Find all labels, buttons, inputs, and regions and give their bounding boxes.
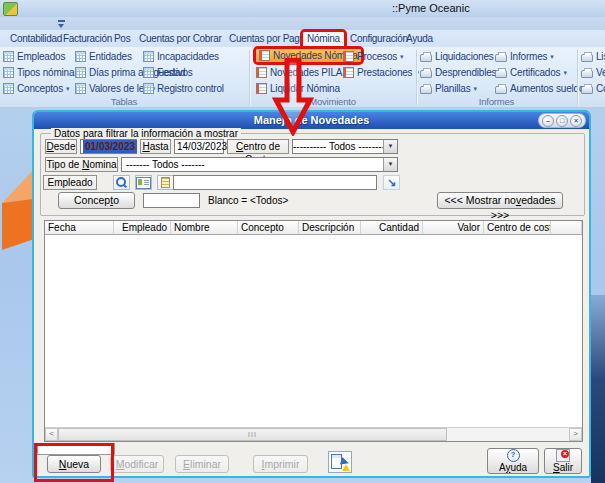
exit-icon: [556, 449, 570, 462]
app-window: ::Pyme Oceanic Contabilidad Facturación …: [0, 0, 605, 483]
employee-list-button[interactable]: [157, 175, 174, 190]
menu-tab-cuentas-por-cobrar[interactable]: Cuentas por Cobrar: [139, 32, 221, 46]
imprimir-button[interactable]: Imprimir: [253, 455, 308, 473]
centro-costo-select[interactable]: ---------- Todos ---------- ▼: [292, 139, 398, 154]
printer-icon: [581, 54, 593, 62]
menu-tab-cuentas-por-pagar[interactable]: Cuentas por Pagar: [229, 32, 308, 46]
table-icon: [143, 67, 154, 78]
dialog-titlebar[interactable]: Manejo de Novedades – □ ×: [34, 112, 589, 129]
customize-toolbar-icon[interactable]: [57, 20, 66, 28]
col-valor[interactable]: Valor: [423, 221, 484, 235]
ribbon-item-con[interactable]: Con: [581, 82, 605, 95]
ribbon-item-informes[interactable]: Informes▾: [495, 50, 554, 63]
assign-employee-button[interactable]: ↘: [383, 175, 400, 190]
dropdown-arrow-icon[interactable]: ▼: [383, 140, 397, 153]
table-icon: [75, 67, 86, 78]
printer-icon: [420, 54, 432, 62]
desde-date-value: 01/03/2023: [83, 140, 137, 153]
printer-icon: [420, 70, 432, 78]
ribbon-item-planillas[interactable]: Planillas▾: [420, 82, 477, 95]
window-controls: – □ ×: [538, 113, 586, 128]
desde-label: Desde: [45, 139, 77, 154]
scroll-track[interactable]: [447, 428, 569, 441]
employee-card-button[interactable]: [135, 175, 152, 190]
col-fecha[interactable]: Fecha: [45, 221, 114, 235]
ribbon: Empleados Tipos nómina Conceptos▾ Entida…: [0, 47, 605, 108]
table-header-row: Fecha Empleado Nombre Concepto Descripci…: [45, 221, 582, 235]
blanco-hint: Blanco = <Todos>: [208, 193, 288, 208]
menu-tab-pos[interactable]: Pos: [114, 32, 130, 46]
ribbon-item-conceptos[interactable]: Conceptos▾: [3, 82, 69, 95]
dropdown-arrow-icon[interactable]: ▼: [383, 158, 397, 171]
minimize-button[interactable]: –: [542, 115, 554, 127]
export-warning-icon: [342, 464, 350, 471]
ribbon-item-prestaciones[interactable]: Prestaciones▾: [343, 66, 419, 79]
ribbon-item-registro-control[interactable]: Registro control: [143, 82, 224, 95]
search-employee-button[interactable]: [113, 175, 130, 190]
printer-icon: [495, 86, 507, 94]
modificar-button[interactable]: Modificar: [110, 455, 164, 473]
ribbon-item-tipos-nomina[interactable]: Tipos nómina: [3, 66, 74, 79]
nueva-button[interactable]: Nueva: [47, 455, 101, 473]
ayuda-button[interactable]: ? Ayuda: [487, 448, 539, 474]
ledger-icon: [343, 67, 354, 78]
ribbon-item-lista[interactable]: Lista: [581, 50, 605, 63]
ribbon-item-liquidar-nomina[interactable]: Liquidar Nómina: [256, 82, 340, 95]
menu-tab-nomina[interactable]: Nómina: [303, 32, 344, 46]
menu-tab-ayuda[interactable]: Ayuda: [406, 32, 433, 46]
ribbon-item-entidades[interactable]: Entidades: [75, 50, 132, 63]
dialog-window: Manejo de Novedades – □ × Datos para fil…: [32, 110, 591, 478]
filter-groupbox-label: Datos para filtrar la información a most…: [51, 128, 241, 139]
ribbon-item-aumentos-sueldo[interactable]: Aumentos sueldo: [495, 82, 584, 95]
maximize-button[interactable]: □: [556, 115, 568, 127]
menu-tab-configuracion[interactable]: Configuración: [350, 32, 408, 46]
arrow-down-right-icon: ↘: [387, 176, 396, 189]
ribbon-group-label-movimiento: Movimiento: [250, 96, 415, 107]
col-empleado[interactable]: Empleado: [114, 221, 171, 235]
tipo-nomina-select[interactable]: ------- Todos ------- ▼: [121, 157, 398, 172]
export-button[interactable]: [328, 451, 352, 473]
menu-tab-contabilidad[interactable]: Contabilidad: [10, 32, 62, 46]
close-button[interactable]: ×: [570, 115, 582, 127]
ayuda-label: Ayuda: [499, 462, 527, 473]
ledger-icon: [343, 51, 354, 62]
empleado-input[interactable]: [173, 175, 377, 190]
ribbon-item-certificados[interactable]: Certificados▾: [495, 66, 567, 79]
ribbon-item-novedades-pila[interactable]: Novedades PILA: [256, 66, 342, 79]
desde-date-field[interactable]: 01/03/2023: [80, 139, 137, 154]
ribbon-item-procesos[interactable]: Procesos▾: [343, 50, 403, 63]
scroll-left-button[interactable]: <: [45, 428, 58, 441]
concepto-input[interactable]: [143, 193, 200, 208]
ribbon-item-incapacidades[interactable]: Incapacidades: [143, 50, 219, 63]
scroll-thumb[interactable]: III: [58, 428, 447, 441]
centro-costo-value: ---------- Todos ----------: [293, 140, 383, 153]
concepto-button[interactable]: Concepto: [58, 192, 135, 209]
ribbon-item-empleados[interactable]: Empleados: [3, 50, 65, 63]
ribbon-group-label-tablas: Tablas: [0, 96, 248, 107]
hasta-label: Hasta: [140, 139, 171, 154]
chevron-down-icon: ▾: [66, 82, 69, 95]
chevron-down-icon: ▾: [400, 50, 403, 63]
chevron-down-icon: ▾: [563, 66, 566, 79]
tipo-nomina-value: ------- Todos -------: [122, 158, 383, 171]
horizontal-scrollbar: < III >: [45, 427, 582, 441]
quick-access-toolbar: [0, 17, 605, 31]
scroll-right-button[interactable]: >: [569, 428, 582, 441]
hasta-date-field[interactable]: 14/03/2023: [174, 139, 224, 154]
empleado-label: Empleado: [43, 175, 97, 190]
ribbon-item-desprendibles[interactable]: Desprendibles: [420, 66, 496, 79]
ribbon-item-festivos[interactable]: Festivos: [143, 66, 193, 79]
ribbon-item-ven[interactable]: Ven: [581, 66, 605, 79]
salir-button[interactable]: Salir: [544, 448, 582, 474]
mostrar-novedades-button[interactable]: <<< Mostrar novedades >>>: [437, 192, 563, 209]
col-cantidad[interactable]: Cantidad: [361, 221, 423, 235]
col-descripcion[interactable]: Descripción: [299, 221, 361, 235]
ledger-icon: [256, 83, 267, 94]
col-extra: [551, 221, 582, 235]
ribbon-item-liquidaciones[interactable]: Liquidaciones: [420, 50, 494, 63]
col-concepto[interactable]: Concepto: [238, 221, 299, 235]
eliminar-button[interactable]: Eliminar: [175, 455, 229, 473]
col-nombre[interactable]: Nombre: [171, 221, 238, 235]
col-centro-de-costo[interactable]: Centro de costo: [484, 221, 551, 235]
menu-tab-facturacion[interactable]: Facturación: [63, 32, 112, 46]
